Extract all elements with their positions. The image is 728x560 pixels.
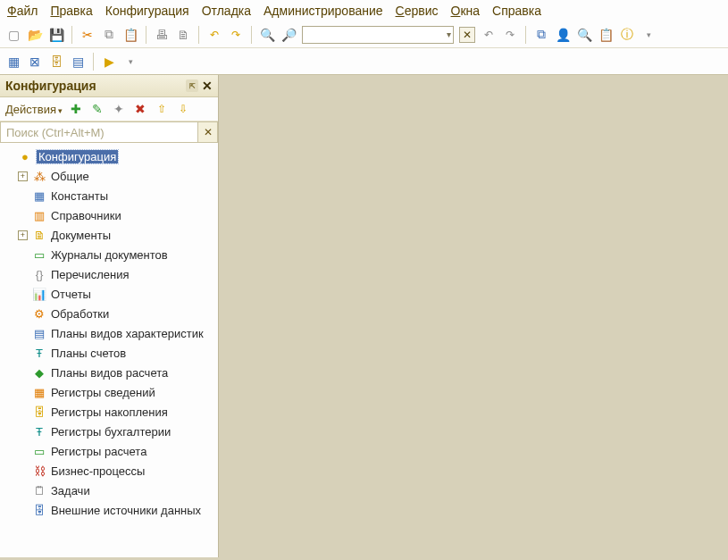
tree-item-acct-registers[interactable]: Ŧ Регистры бухгалтерии	[0, 422, 218, 441]
new-file-icon[interactable]: ▢	[5, 27, 21, 43]
panel-search-clear[interactable]: ✕	[197, 122, 217, 142]
tree-item-journals[interactable]: ▭ Журналы документов	[0, 245, 218, 264]
tree-item-char-plans[interactable]: ▤ Планы видов характеристик	[0, 323, 218, 343]
panel-close-icon[interactable]: ✕	[202, 79, 213, 93]
move-down-icon[interactable]: ⇩	[175, 101, 191, 117]
menu-edit[interactable]: Правка	[50, 4, 92, 18]
tree-item-account-plans[interactable]: Ŧ Планы счетов	[0, 343, 218, 363]
boxed-x-icon[interactable]: ⊠	[27, 54, 43, 70]
grid-icon[interactable]: ▦	[5, 54, 21, 70]
nav-forward-icon[interactable]: ↷	[502, 27, 518, 43]
open-folder-icon[interactable]: 📂	[27, 27, 43, 43]
delete-icon[interactable]: ✖	[132, 101, 148, 117]
tree-item-tasks[interactable]: 🗒 Задачи	[0, 481, 218, 500]
menu-file[interactable]: Файл	[7, 4, 38, 18]
separator	[71, 26, 72, 44]
journals-icon: ▭	[31, 247, 47, 262]
tree-item-business-proc[interactable]: ⛓ Бизнес-процессы	[0, 461, 218, 481]
info-registers-icon: ▦	[31, 385, 47, 399]
tree-item-label: Общие	[51, 170, 89, 183]
expander-icon[interactable]: +	[18, 171, 28, 181]
play-dropdown-icon[interactable]: ▾	[122, 54, 138, 70]
expander-icon[interactable]: +	[18, 230, 28, 240]
zoom-icon[interactable]: 🔎	[280, 27, 297, 43]
toolbar-search[interactable]: ▾	[302, 26, 454, 44]
windows-icon[interactable]: ⧉	[533, 27, 549, 43]
menu-windows[interactable]: Окна	[451, 4, 481, 18]
menu-config[interactable]: Конфигурация	[105, 4, 189, 18]
separator	[146, 26, 146, 44]
user-icon[interactable]: 👤	[555, 27, 571, 43]
print-preview-icon[interactable]: 🗎	[175, 27, 191, 43]
menu-service[interactable]: Сервис	[396, 4, 439, 18]
search2-icon[interactable]: 🔍	[576, 27, 592, 43]
tree-item-enums[interactable]: {} Перечисления	[0, 264, 218, 284]
print-icon[interactable]: 🖶	[154, 27, 170, 43]
tree-item-catalogs[interactable]: ▥ Справочники	[0, 205, 218, 225]
table-icon[interactable]: ▤	[70, 54, 86, 70]
paste-icon[interactable]: 📋	[122, 27, 138, 43]
calendar-icon[interactable]: 📋	[598, 27, 614, 43]
tree-item-constants[interactable]: ▦ Константы	[0, 186, 218, 205]
actions-dropdown[interactable]: Действия	[5, 103, 63, 116]
redo-icon[interactable]: ↷	[228, 27, 244, 43]
menu-debug[interactable]: Отладка	[202, 4, 251, 18]
reports-icon: 📊	[31, 287, 47, 301]
menu-admin[interactable]: Администрирование	[264, 4, 383, 18]
undo-icon[interactable]: ↶	[206, 27, 222, 43]
config-panel: Конфигурация ⇱ ✕ Действия ✚ ✎ ✦ ✖ ⇧ ⇩ ✕ …	[0, 75, 219, 557]
tree-item-label: Константы	[51, 189, 108, 203]
panel-search: ✕	[0, 121, 218, 143]
catalogs-icon: ▥	[31, 208, 47, 222]
tasks-icon: 🗒	[31, 483, 47, 497]
cut-icon[interactable]: ✂	[79, 27, 96, 43]
tree-item-accum-registers[interactable]: 🗄 Регистры накопления	[0, 402, 218, 422]
database-icon[interactable]: 🗄	[48, 54, 64, 70]
play-icon[interactable]: ▶	[101, 54, 117, 70]
accum-registers-icon: 🗄	[31, 405, 47, 419]
tree-item-label: Задачи	[51, 484, 90, 497]
info-dropdown-icon[interactable]: ▾	[640, 27, 657, 43]
panel-search-input[interactable]	[1, 122, 197, 142]
tree-item-label: Перечисления	[51, 268, 129, 281]
pin-icon[interactable]: ⇱	[186, 79, 198, 92]
tree-item-external-data[interactable]: 🗄 Внешние источники данных	[0, 500, 218, 520]
separator	[198, 26, 199, 44]
panel-actions-bar: Действия ✚ ✎ ✦ ✖ ⇧ ⇩	[0, 97, 218, 121]
config-tree: ● Конфигурация + ⁂ Общие ▦ Константы ▥ С…	[0, 143, 218, 557]
menubar: Файл Правка Конфигурация Отладка Админис…	[0, 0, 728, 21]
tree-item-reports[interactable]: 📊 Отчеты	[0, 284, 218, 304]
tree-root-label: Конфигурация	[37, 150, 118, 163]
add-icon[interactable]: ✚	[68, 101, 84, 117]
edit-icon[interactable]: ✎	[89, 101, 105, 117]
tree-item-info-registers[interactable]: ▦ Регистры сведений	[0, 382, 218, 402]
info-icon[interactable]: ⓘ	[619, 27, 635, 43]
tree-root[interactable]: ● Конфигурация	[0, 146, 218, 166]
toolbar-search-input[interactable]	[303, 29, 444, 41]
tree-item-calc-plans[interactable]: ◆ Планы видов расчета	[0, 363, 218, 382]
move-up-icon[interactable]: ⇧	[154, 101, 170, 117]
separator	[525, 26, 526, 44]
tree-item-label: Отчеты	[51, 288, 91, 301]
tree-item-label: Документы	[51, 229, 111, 242]
separator	[251, 26, 252, 44]
char-plans-icon: ▤	[31, 326, 47, 340]
calc-registers-icon: ▭	[31, 444, 47, 458]
tree-item-label: Планы видов расчета	[51, 366, 168, 380]
toolbar-search-clear[interactable]: ✕	[459, 27, 475, 43]
nav-back-icon[interactable]: ↶	[481, 27, 497, 43]
menu-help[interactable]: Справка	[492, 4, 541, 18]
save-icon[interactable]: 💾	[48, 27, 64, 43]
tree-item-label: Бизнес-процессы	[51, 464, 145, 478]
wand-icon[interactable]: ✦	[111, 101, 127, 117]
tree-item-calc-registers[interactable]: ▭ Регистры расчета	[0, 441, 218, 461]
panel-header: Конфигурация ⇱ ✕	[0, 75, 218, 97]
search-dropdown-icon[interactable]: ▾	[444, 29, 453, 39]
copy-icon[interactable]: ⧉	[101, 27, 117, 43]
find-folder-icon[interactable]: 🔍	[259, 27, 275, 43]
tree-item-documents[interactable]: + 🗎 Документы	[0, 225, 218, 245]
separator	[93, 53, 94, 71]
tree-item-processors[interactable]: ⚙ Обработки	[0, 304, 218, 323]
tree-item-label: Регистры бухгалтерии	[51, 425, 171, 439]
tree-item-common[interactable]: + ⁂ Общие	[0, 166, 218, 186]
